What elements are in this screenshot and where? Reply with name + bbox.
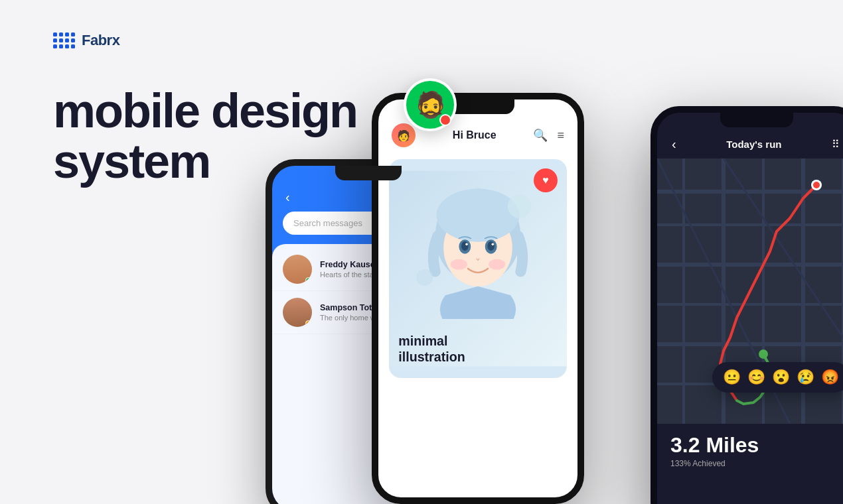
svg-point-32	[813, 182, 820, 188]
svg-point-12	[508, 194, 532, 218]
svg-text:illustration: illustration	[398, 349, 465, 364]
search-icon[interactable]: 🔍	[533, 128, 548, 143]
avatar-badge	[439, 114, 451, 126]
distance-label: 3.2 Miles	[670, 433, 843, 458]
phones-area: ‹ ⚙ Search messages 🔍 Freddy Kauschke He…	[226, 0, 843, 504]
angry-emoji[interactable]: 😡	[821, 369, 839, 386]
svg-point-9	[492, 243, 495, 246]
search-placeholder: Search messages	[293, 218, 362, 228]
achieved-label: 133% Achieved	[670, 459, 843, 468]
phone3-header: ‹ Today's run ⠿	[657, 127, 843, 158]
neutral-emoji[interactable]: 😐	[723, 369, 741, 386]
menu-icon[interactable]: ≡	[557, 129, 564, 143]
run-title: Today's run	[726, 139, 781, 150]
feature-card[interactable]: ♥	[389, 159, 567, 378]
svg-point-3	[436, 188, 519, 241]
svg-point-11	[489, 259, 505, 270]
surprised-emoji[interactable]: 😮	[772, 369, 790, 386]
phone1-notch	[335, 166, 402, 180]
avatar	[283, 298, 312, 327]
svg-text:minimal: minimal	[398, 334, 447, 348]
online-indicator	[305, 277, 311, 283]
user-avatar: 🧑	[392, 123, 416, 147]
back-icon[interactable]: ‹	[285, 190, 290, 205]
fabrx-logo-icon	[53, 32, 75, 48]
emoji-reaction-bar: 😐 😊 😮 😢 😡	[712, 362, 843, 393]
more-options-icon[interactable]: ⠿	[832, 138, 842, 151]
sad-emoji[interactable]: 😢	[797, 369, 814, 386]
phone3-notch	[720, 113, 793, 127]
svg-point-10	[451, 259, 467, 270]
like-button[interactable]: ♥	[534, 168, 558, 192]
status-indicator	[305, 320, 311, 326]
svg-point-13	[416, 269, 433, 286]
greeting-text: Hi Bruce	[453, 129, 497, 141]
social-phone: 🧑 Hi Bruce 🔍 ≡ ♥	[372, 93, 584, 504]
floating-avatar: 🧔	[404, 78, 457, 131]
svg-point-6	[461, 241, 469, 251]
fitness-stats: 3.2 Miles 133% Achieved	[657, 424, 843, 477]
svg-point-30	[759, 349, 768, 359]
svg-point-8	[465, 243, 468, 246]
back-icon[interactable]: ‹	[672, 137, 676, 152]
happy-emoji[interactable]: 😊	[747, 369, 765, 386]
fitness-phone: ‹ Today's run ⠿	[651, 106, 843, 504]
logo-text: Fabrx	[82, 32, 119, 49]
header-icons: 🔍 ≡	[533, 128, 564, 143]
logo-area: Fabrx	[53, 32, 119, 49]
avatar	[283, 255, 312, 284]
svg-point-7	[487, 241, 495, 251]
